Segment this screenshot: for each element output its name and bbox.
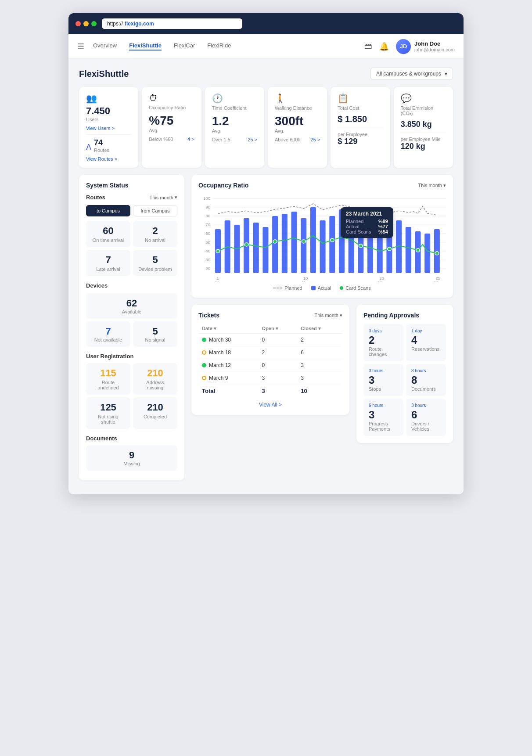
col-open[interactable]: Open ▾ — [259, 324, 298, 334]
tab-to-campus[interactable]: to Campus — [86, 205, 130, 216]
tickets-section: Tickets This month ▾ — [191, 305, 349, 443]
users-label: Users — [86, 117, 131, 122]
nav-flexicar[interactable]: FlexiCar — [174, 42, 195, 50]
status-icon-1 — [202, 350, 206, 355]
svg-rect-41 — [434, 229, 440, 273]
view-users-link[interactable]: View Users > — [86, 126, 131, 131]
notification-icon[interactable]: 🔔 — [379, 42, 389, 51]
dot-red[interactable] — [75, 21, 81, 26]
svg-point-48 — [388, 247, 392, 251]
chart-area: 100 90 80 70 60 50 40 30 20 — [198, 194, 446, 282]
system-status-card: System Status Routes This month ▾ to Cam… — [79, 175, 184, 480]
svg-text:40: 40 — [205, 249, 210, 253]
users-number: 7.450 — [86, 105, 131, 117]
campus-selector[interactable]: All campuses & workgroups ▾ — [370, 68, 453, 80]
walk-above600-value[interactable]: 25 > — [311, 137, 320, 142]
svg-text:50: 50 — [205, 240, 210, 245]
nav-flexishuttle[interactable]: FlexiShuttle — [129, 42, 162, 50]
completed: 210 Completed — [133, 397, 177, 429]
stat-card-walking: 🚶 Walking Distance 300ft Avg. Above 600f… — [268, 87, 327, 168]
tooltip-date: 23 March 2021 — [346, 211, 388, 217]
nav-links: Overview FlexiShuttle FlexiCar FlexiRide — [93, 42, 364, 50]
stat-card-time: 🕐 Time Coefficient 1.2 Avg. Over 1.5 25 … — [205, 87, 264, 168]
routes-stats: 60 On time arrival 2 No arrival 7 Late a… — [86, 221, 177, 276]
user-info: JD John Doe john@domain.com — [396, 39, 455, 54]
not-using-shuttle: 125 Not using shuttle — [86, 397, 130, 429]
url-domain: flexigo.com — [125, 21, 154, 27]
dot-green[interactable] — [91, 21, 97, 26]
routes-tabs: to Campus from Campus — [86, 205, 177, 216]
tooltip-actual: %77 — [378, 224, 388, 229]
documents-section: Documents 9 Missing — [86, 435, 177, 471]
svg-point-42 — [216, 249, 220, 253]
card-scans-dot-icon — [340, 286, 343, 290]
tooltip-card-scans: %54 — [378, 229, 388, 234]
browser-dots — [75, 21, 97, 26]
time-over15-label: Over 1.5 — [212, 137, 230, 142]
bottom-section: System Status Routes This month ▾ to Cam… — [79, 175, 453, 486]
routes-number: 74 — [94, 138, 109, 148]
svg-rect-38 — [406, 227, 411, 273]
svg-text:90: 90 — [205, 205, 210, 209]
chart-svg: 100 90 80 70 60 50 40 30 20 — [198, 194, 446, 282]
approvals-card: Pending Approvals 3 days 2 Route changes… — [356, 305, 453, 443]
stat-cards-row: 👥 7.450 Users View Users > Λ 74 Routes V… — [79, 87, 453, 168]
chart-filter[interactable]: This month ▾ — [418, 183, 446, 188]
legend-card-scans: Card Scans — [340, 285, 370, 291]
briefcase-icon[interactable]: 🗃 — [364, 42, 372, 51]
view-all-link[interactable]: View All > — [198, 402, 342, 408]
svg-point-44 — [273, 240, 277, 243]
url-bar[interactable]: https:// flexigo.com — [102, 18, 242, 29]
address-missing: 210 Address missing — [133, 363, 177, 395]
svg-rect-26 — [291, 212, 297, 273]
status-icon-2 — [202, 363, 206, 367]
system-status-title: System Status — [86, 182, 177, 189]
svg-point-45 — [302, 240, 306, 243]
devices-available: 62 Available — [86, 293, 177, 319]
svg-point-47 — [359, 244, 363, 248]
emission-per-mile-label: per Employee Mile — [401, 137, 446, 142]
cost-icon: 📋 — [338, 93, 383, 104]
table-row: March 18 2 6 — [198, 346, 342, 359]
col-date[interactable]: Date ▾ — [198, 324, 259, 334]
planned-line-icon — [273, 288, 282, 288]
page-header: FlexiShuttle All campuses & workgroups ▾ — [79, 68, 453, 80]
hamburger-icon[interactable]: ☰ — [77, 42, 84, 51]
view-routes-link[interactable]: View Routes > — [86, 156, 131, 162]
nav-flexiride[interactable]: FlexiRide — [207, 42, 231, 50]
time-over15-value[interactable]: 25 > — [248, 137, 257, 142]
svg-text:100: 100 — [203, 196, 210, 201]
nav-overview[interactable]: Overview — [93, 42, 117, 50]
routes-label: Routes — [86, 194, 105, 201]
occupancy-title: Occupancy Ratio — [149, 105, 194, 110]
stat-card-occupancy: ⏱ Occupancy Ratio %75 Avg. Below %60 4 > — [142, 87, 201, 168]
approval-reservations: 1 day 4 Reservations — [406, 324, 446, 361]
occupancy-chart-card: Occupancy Ratio This month ▾ — [191, 175, 453, 298]
tickets-filter[interactable]: This month ▾ — [315, 313, 342, 318]
dot-yellow[interactable] — [83, 21, 89, 26]
occupancy-number: %75 — [149, 114, 194, 128]
emission-title: Total Emmision (CO₂) — [401, 105, 446, 116]
chart-title: Occupancy Ratio — [198, 182, 248, 189]
devices-label: Devices — [86, 282, 108, 289]
devices-grid: 7 Not available 5 No signal — [86, 321, 177, 347]
chart-tooltip: 23 March 2021 Planned %89 Actual %77 — [341, 207, 393, 238]
tab-from-campus[interactable]: from Campus — [133, 205, 177, 216]
svg-rect-40 — [424, 234, 430, 273]
svg-text:80: 80 — [205, 214, 210, 218]
tickets-header: Tickets This month ▾ — [198, 312, 342, 319]
occ-below60-value[interactable]: 4 > — [187, 137, 194, 142]
walking-avg: Avg. — [275, 128, 320, 133]
total-row: Total 3 10 — [198, 385, 342, 398]
emission-number: 3.850 kg — [401, 120, 446, 129]
svg-rect-24 — [272, 216, 278, 273]
user-email: john@domain.com — [414, 47, 455, 52]
tickets-title: Tickets — [198, 312, 219, 319]
svg-text:Mar: Mar — [215, 281, 223, 282]
stat-card-users: 👥 7.450 Users View Users > Λ 74 Routes V… — [79, 87, 138, 168]
emission-icon: 💬 — [401, 93, 446, 104]
col-closed[interactable]: Closed ▾ — [297, 324, 342, 334]
routes-filter[interactable]: This month ▾ — [150, 194, 177, 200]
svg-rect-29 — [320, 220, 326, 273]
stat-card-cost: 📋 Total Cost $ 1.850 per Employee $ 129 — [331, 87, 390, 168]
